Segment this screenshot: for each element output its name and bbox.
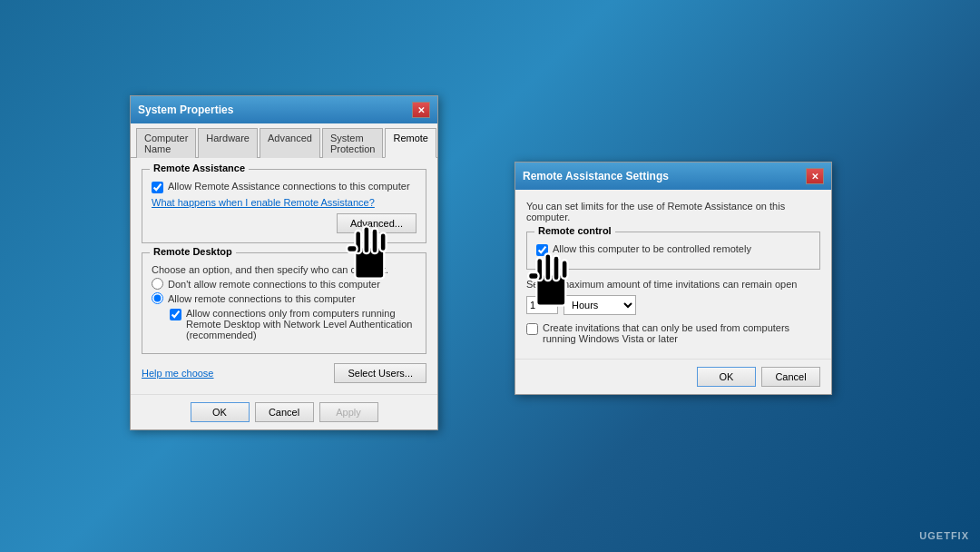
- remote-desktop-desc: Choose an option, and then specify who c…: [152, 264, 416, 275]
- tab-computer-name[interactable]: Computer Name: [136, 128, 196, 158]
- ra-settings-footer: OK Cancel: [515, 359, 831, 394]
- nla-checkbox-row: Allow connections only from computers ru…: [170, 308, 416, 340]
- ok-button[interactable]: OK: [191, 402, 250, 422]
- ra-ok-button[interactable]: OK: [697, 367, 756, 387]
- nla-label: Allow connections only from computers ru…: [186, 308, 416, 340]
- ra-cancel-button[interactable]: Cancel: [761, 367, 820, 387]
- tab-hardware[interactable]: Hardware: [198, 128, 258, 158]
- allow-ra-label: Allow Remote Assistance connections to t…: [168, 181, 410, 192]
- ra-settings-content: You can set limits for the use of Remote…: [515, 190, 831, 359]
- cancel-button[interactable]: Cancel: [255, 402, 314, 422]
- sys-props-titlebar: System Properties ✕: [131, 96, 437, 123]
- vista-checkbox-row: Create invitations that can only be used…: [526, 322, 820, 344]
- allow-radio[interactable]: [152, 292, 163, 304]
- apply-button[interactable]: Apply: [319, 402, 378, 422]
- dont-allow-radio[interactable]: [152, 278, 163, 290]
- allow-ra-checkbox[interactable]: [152, 182, 163, 193]
- sys-props-content: Remote Assistance Allow Remote Assistanc…: [131, 158, 437, 394]
- invitations-desc: Set the maximum amount of time invitatio…: [526, 279, 820, 290]
- system-properties-dialog: System Properties ✕ Computer Name Hardwa…: [130, 95, 438, 430]
- controlled-remotely-checkbox[interactable]: [536, 244, 548, 256]
- vista-label: Create invitations that can only be used…: [543, 322, 820, 344]
- sys-props-title: System Properties: [138, 104, 233, 116]
- ra-settings-title: Remote Assistance Settings: [523, 170, 669, 182]
- remote-control-label: Remote control: [534, 225, 615, 236]
- remote-assistance-group-label: Remote Assistance: [150, 163, 249, 173]
- ra-settings-dialog: Remote Assistance Settings ✕ You can set…: [514, 162, 832, 395]
- ra-description: You can set limits for the use of Remote…: [526, 201, 820, 222]
- tabs-container: Computer Name Hardware Advanced System P…: [131, 123, 437, 158]
- select-users-button[interactable]: Select Users...: [334, 363, 426, 383]
- remote-assistance-content: Allow Remote Assistance connections to t…: [152, 181, 416, 233]
- allow-ra-row: Allow Remote Assistance connections to t…: [152, 181, 416, 193]
- what-happens-link[interactable]: What happens when I enable Remote Assist…: [152, 197, 416, 208]
- sys-props-footer: OK Cancel Apply: [131, 394, 437, 429]
- allow-label: Allow remote connections to this compute…: [168, 293, 356, 304]
- controlled-remotely-row: Allow this computer to be controlled rem…: [536, 243, 810, 256]
- nla-checkbox[interactable]: [170, 309, 181, 320]
- dont-allow-label: Don't allow remote connections to this c…: [168, 279, 380, 290]
- remote-desktop-group-label: Remote Desktop: [150, 246, 236, 257]
- bottom-row: Help me choose Select Users...: [142, 363, 426, 383]
- spinner-row: Minutes Hours Days: [526, 295, 820, 315]
- ra-titlebar-controls: ✕: [806, 168, 824, 184]
- remote-control-content: Allow this computer to be controlled rem…: [536, 243, 810, 256]
- remote-control-group: Remote control Allow this computer to be…: [526, 232, 820, 270]
- vista-checkbox[interactable]: [526, 323, 538, 335]
- ra-settings-titlebar: Remote Assistance Settings ✕: [515, 163, 831, 190]
- advanced-btn-row: Advanced...: [152, 213, 416, 233]
- tab-system-protection[interactable]: System Protection: [322, 128, 384, 158]
- watermark: UGETFIX: [919, 530, 969, 541]
- invitations-section: Set the maximum amount of time invitatio…: [526, 279, 820, 315]
- remote-desktop-content: Choose an option, and then specify who c…: [152, 264, 416, 340]
- remote-desktop-group: Remote Desktop Choose an option, and the…: [142, 252, 426, 354]
- titlebar-controls: ✕: [412, 102, 430, 118]
- ra-close-button[interactable]: ✕: [806, 168, 824, 184]
- allow-radio-row: Allow remote connections to this compute…: [152, 292, 416, 304]
- invitations-spinner[interactable]: [526, 296, 558, 314]
- dont-allow-radio-row: Don't allow remote connections to this c…: [152, 278, 416, 290]
- time-unit-dropdown[interactable]: Minutes Hours Days: [564, 295, 636, 315]
- advanced-button[interactable]: Advanced...: [337, 213, 416, 233]
- tab-advanced[interactable]: Advanced: [260, 128, 320, 158]
- controlled-remotely-label: Allow this computer to be controlled rem…: [553, 243, 751, 254]
- tab-remote[interactable]: Remote: [385, 128, 436, 158]
- help-me-choose-link[interactable]: Help me choose: [142, 368, 214, 379]
- close-button[interactable]: ✕: [412, 102, 430, 118]
- remote-assistance-group: Remote Assistance Allow Remote Assistanc…: [142, 169, 426, 243]
